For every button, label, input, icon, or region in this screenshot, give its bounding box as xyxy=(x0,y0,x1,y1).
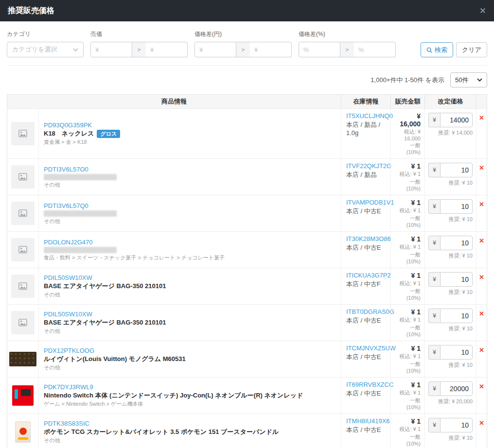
revised-price-input[interactable] xyxy=(440,163,473,177)
diff-pct-min-input[interactable] xyxy=(299,42,340,57)
stock-code-link[interactable]: ITVF22QKJT2G xyxy=(346,162,386,170)
revised-price-input[interactable] xyxy=(440,199,473,214)
revised-price-input[interactable] xyxy=(440,236,473,250)
delete-row-button[interactable]: ✕ xyxy=(479,420,484,426)
tax-type: 一般 (10%) xyxy=(395,288,421,301)
table-row: PDX12PTKLOOG ルイヴィトン(Louis Vuitton) モノグラム… xyxy=(7,341,487,377)
delete-row-button[interactable]: ✕ xyxy=(479,347,484,353)
product-info-cell: PD93Q0G359PK K18 ネックレス グロス 貴金属 > 金 > K18 xyxy=(38,109,341,158)
revised-price-group: ¥ xyxy=(428,199,473,214)
sale-amount: ¥ 1 xyxy=(395,235,421,243)
revised-price-input[interactable] xyxy=(440,309,473,323)
thumbnail-cell xyxy=(7,305,38,341)
delete-row-button[interactable]: ✕ xyxy=(479,165,484,171)
revised-price-cell: ¥ 推奨: ¥ 10 xyxy=(424,305,476,341)
revised-price-group: ¥ xyxy=(428,113,473,127)
diff-pct-max-input[interactable] xyxy=(354,42,396,57)
diff-pct-range: > xyxy=(299,42,396,57)
sale-amount-cell: ¥ 1 税込: ¥ 1 一般 (10%) xyxy=(390,268,424,304)
price-max-input[interactable] xyxy=(146,42,188,57)
recommended-price: 推奨: ¥ 10 xyxy=(428,325,473,332)
table-row: PDTI3V6L57Q0 その他 ITVAMPODB1V1 本店 / 中古E ¥… xyxy=(7,195,487,231)
stock-code-link[interactable]: IT30K28M3O86 xyxy=(346,235,386,242)
price-min-input[interactable] xyxy=(90,42,132,57)
search-button[interactable]: 検索 xyxy=(421,42,453,57)
tax-type: 一般 (10%) xyxy=(395,142,421,155)
stock-code-link[interactable]: ITVAMPODB1V1 xyxy=(346,199,386,206)
sale-amount-cell: ¥ 1 税込: ¥ 1 一般 (10%) xyxy=(390,232,424,268)
product-code-link[interactable]: PDIL50SW10XW xyxy=(44,310,336,318)
stock-code-link[interactable]: IT5XUCLJHNQ0 xyxy=(346,112,386,120)
product-name: ルイヴィトン(Louis Vuitton) モノグラム M60531 xyxy=(44,355,186,363)
thumbnail-cell xyxy=(7,341,38,377)
revised-price-input[interactable] xyxy=(440,345,473,360)
product-code-link[interactable]: PDK7DYJ3RWL9 xyxy=(44,383,336,391)
delete-row-button[interactable]: ✕ xyxy=(479,201,484,207)
delete-row-button[interactable]: ✕ xyxy=(479,274,484,280)
clear-button[interactable]: クリア xyxy=(456,42,487,57)
diff-yen-min-input[interactable] xyxy=(194,42,236,57)
image-placeholder-icon xyxy=(18,282,27,290)
table-body: PD93Q0G359PK K18 ネックレス グロス 貴金属 > 金 > K18… xyxy=(7,108,487,448)
close-button[interactable]: ✕ xyxy=(479,7,486,15)
product-name: BASE エアタイヤゲージ BAG-350 210101 xyxy=(44,282,166,291)
product-name-line: ポケモン TCG スカーレット&バイオレット 3.5 ポケモン 151 ブースタ… xyxy=(44,428,336,436)
revised-price-group: ¥ xyxy=(428,309,473,323)
delete-cell: ✕ xyxy=(476,268,487,304)
product-code-link[interactable]: PDX12PTKLOOG xyxy=(44,347,336,354)
diff-yen-range: > xyxy=(194,42,292,57)
category-select[interactable]: カテゴリを選択 xyxy=(7,42,84,57)
tax-included-amount: 税込: ¥ 1 xyxy=(395,243,421,251)
sale-amount-cell: ¥ 1 税込: ¥ 1 一般 (10%) xyxy=(390,305,424,341)
product-code-link[interactable]: PDOLONJ2G470 xyxy=(44,239,336,246)
results-bar: 1,000+件中 1-50件 を表示 50件 xyxy=(7,72,487,87)
product-code-link[interactable]: PDTI3V6L57Q0 xyxy=(44,202,336,209)
page-size-value: 50件 xyxy=(455,76,468,85)
product-code-link[interactable]: PD93Q0G359PK xyxy=(44,121,336,129)
revised-price-input[interactable] xyxy=(440,381,473,396)
filter-bar: カテゴリ カテゴリを選択 売価 > 価格差(円) > 価格差(%) > xyxy=(0,21,494,65)
stock-code-link[interactable]: ITICKUA3G7P2 xyxy=(346,272,386,279)
product-name: ポケモン TCG スカーレット&バイオレット 3.5 ポケモン 151 ブースタ… xyxy=(44,428,279,436)
table-header: 商品情報 在庫情報 販売金額 改定価格 xyxy=(7,95,487,108)
yen-prefix: ¥ xyxy=(428,113,440,127)
sale-amount-cell: ¥ 16,000 税込: ¥ 16,000 一般 (10%) xyxy=(390,109,424,158)
revised-price-input[interactable] xyxy=(440,272,473,287)
product-name-line: Nintendo Switch 本体 (ニンテンドースイッチ) Joy-Con(… xyxy=(44,391,336,400)
yen-prefix: ¥ xyxy=(428,381,440,396)
product-info-cell: PDK7DYJ3RWL9 Nintendo Switch 本体 (ニンテンドース… xyxy=(38,378,341,414)
stock-code-link[interactable]: ITMH8IU419X6 xyxy=(346,417,386,425)
diff-yen-max-input[interactable] xyxy=(250,42,292,57)
delete-row-button[interactable]: ✕ xyxy=(479,115,484,121)
redacted-name xyxy=(44,247,117,253)
modal-title: 推奨販売価格 xyxy=(8,6,54,16)
page-size-select[interactable]: 50件 xyxy=(450,72,487,87)
header-revised-price: 改定価格 xyxy=(424,95,476,108)
delete-row-button[interactable]: ✕ xyxy=(479,310,484,317)
revised-price-input[interactable] xyxy=(440,113,473,127)
tax-type: 一般 (10%) xyxy=(395,178,421,191)
delete-row-button[interactable]: ✕ xyxy=(479,383,484,390)
revised-price-input[interactable] xyxy=(440,418,473,432)
delete-row-button[interactable]: ✕ xyxy=(479,238,484,244)
tax-included-amount: 税込: ¥ 1 xyxy=(395,316,421,324)
yen-prefix: ¥ xyxy=(428,345,440,360)
product-code-link[interactable]: PDIL50SW10XW xyxy=(44,274,336,281)
stock-info-cell: IT5XUCLJHNQ0 本店 / 新品 / 1.0g xyxy=(341,109,390,158)
stock-code-link[interactable]: IT69RRVBXZCC xyxy=(346,381,386,388)
product-code-link[interactable]: PDTI3V6L57O0 xyxy=(44,166,336,173)
header-delete xyxy=(476,95,487,108)
revised-price-cell: ¥ 推奨: ¥ 10 xyxy=(424,232,476,268)
results-summary: 1,000+件中 1-50件 を表示 xyxy=(370,76,444,85)
product-code-link[interactable]: PDTK38S83SIC xyxy=(44,420,336,427)
product-thumbnail xyxy=(15,421,31,443)
category-breadcrumb: 貴金属 > 金 > K18 xyxy=(44,138,336,146)
tax-included-amount: 税込: ¥ 1 xyxy=(395,389,421,396)
stock-code-link[interactable]: ITCMJNVXZ5UW xyxy=(346,345,386,352)
revised-price-group: ¥ xyxy=(428,272,473,287)
chevron-down-icon xyxy=(477,78,482,82)
recommended-price: 推奨: ¥ 10 xyxy=(428,179,473,187)
stock-code-link[interactable]: ITBT0DGRAS0G xyxy=(346,308,386,315)
category-breadcrumb: その他 xyxy=(44,181,336,189)
stock-info-cell: ITICKUA3G7P2 本店 / 中古F xyxy=(341,268,390,304)
